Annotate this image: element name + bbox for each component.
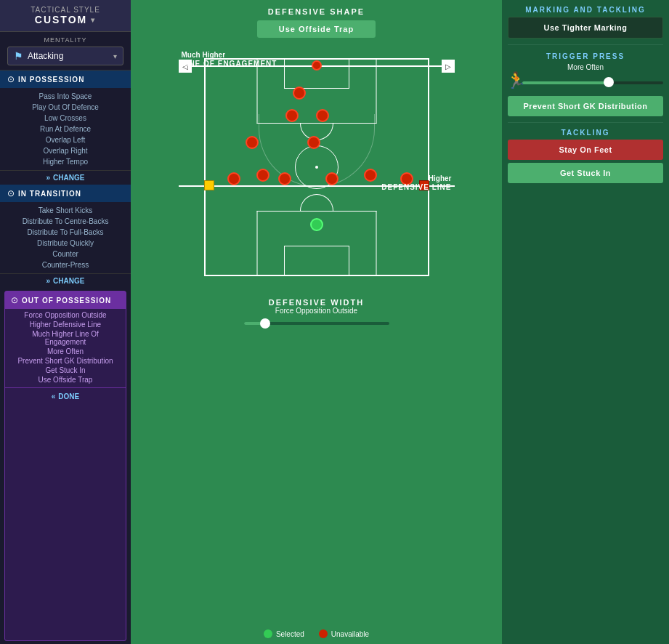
- trigger-press-slider-handle[interactable]: [604, 77, 614, 87]
- done-arrows-icon: «: [52, 393, 56, 401]
- list-item[interactable]: Play Out Of Defence: [0, 102, 131, 113]
- tactical-style-dropdown[interactable]: CUSTOM ▾: [7, 14, 123, 25]
- width-slider-handle[interactable]: [260, 318, 270, 329]
- offside-trap-button[interactable]: Use Offside Trap: [257, 20, 376, 38]
- flag-marker-yellow-left: [204, 180, 214, 190]
- legend-unavailable: Unavailable: [319, 629, 369, 638]
- engagement-dot: [312, 60, 322, 71]
- change-arrows-icon: »: [46, 174, 51, 182]
- in-possession-items: Pass Into Space Play Out Of Defence Low …: [0, 88, 131, 170]
- player: [278, 172, 291, 185]
- selected-label: Selected: [276, 630, 304, 638]
- player: [227, 172, 240, 185]
- legend: Selected Unavailable: [264, 629, 369, 638]
- tackling-section: TACKLING Stay On Feet Get Stuck In: [508, 129, 663, 183]
- in-possession-section: ⊙ IN POSSESSION Pass Into Space Play Out…: [0, 71, 131, 185]
- panel-divider-2: [508, 122, 663, 123]
- out-of-possession-header: ⊙ OUT OF POSSESSION: [5, 291, 126, 309]
- marking-tackling-section: MARKING AND TACKLING Use Tighter Marking: [508, 6, 663, 39]
- defensive-width-sublabel: Force Opposition Outside: [244, 307, 389, 315]
- selected-dot: [264, 629, 272, 638]
- player: [364, 169, 377, 182]
- out-of-possession-icon: ⊙: [11, 295, 18, 305]
- player: [246, 136, 259, 149]
- list-item[interactable]: Distribute To Full-Backs: [0, 227, 131, 238]
- in-transition-change-button[interactable]: » CHANGE: [0, 273, 131, 288]
- list-item[interactable]: Distribute To Centre-Backs: [0, 216, 131, 227]
- right-panel: MARKING AND TACKLING Use Tighter Marking…: [502, 0, 669, 644]
- goalkeeper: [310, 218, 323, 231]
- list-item[interactable]: Overlap Left: [0, 134, 131, 145]
- unavailable-label: Unavailable: [331, 630, 369, 638]
- list-item[interactable]: Higher Tempo: [0, 156, 131, 167]
- formation-arc: [259, 114, 375, 187]
- width-slider-container: [244, 318, 389, 329]
- list-item[interactable]: Much Higher Line Of Engagement: [5, 329, 126, 347]
- get-stuck-in-button[interactable]: Get Stuck In: [508, 163, 663, 183]
- marking-tackling-title: MARKING AND TACKLING: [508, 6, 663, 14]
- list-item[interactable]: Force Opposition Outside: [5, 310, 126, 320]
- main-pitch-area: DEFENSIVE SHAPE Use Offside Trap ◁ ▷ Muc…: [131, 0, 502, 644]
- done-button[interactable]: « DONE: [5, 387, 126, 405]
- player: [285, 109, 299, 122]
- out-of-possession-items: Force Opposition Outside Higher Defensiv…: [5, 309, 126, 386]
- out-of-possession-title: OUT OF POSSESSION: [22, 297, 111, 305]
- list-item[interactable]: Use Offside Trap: [5, 375, 126, 385]
- defensive-line-label: Higher DEFENSIVE LINE: [381, 174, 451, 192]
- defensive-width-label: DEFENSIVE WIDTH: [244, 298, 389, 307]
- tighter-marking-button[interactable]: Use Tighter Marking: [508, 17, 663, 39]
- player: [307, 136, 320, 149]
- soccer-pitch: [204, 58, 429, 276]
- panel-divider: [508, 44, 663, 45]
- trigger-press-section: TRIGGER PRESS More Often 🏃 Prevent Short…: [508, 52, 663, 116]
- list-item[interactable]: Distribute Quickly: [0, 238, 131, 249]
- defensive-width-section: DEFENSIVE WIDTH Force Opposition Outside: [244, 298, 389, 329]
- legend-selected: Selected: [264, 629, 304, 638]
- done-label: DONE: [58, 393, 79, 401]
- in-possession-title: IN POSSESSION: [18, 76, 84, 84]
- in-transition-icon: ⊙: [7, 188, 15, 198]
- change-label: CHANGE: [53, 277, 84, 285]
- unavailable-dot: [319, 629, 328, 638]
- mentality-label: MENTALITY: [7, 36, 123, 44]
- in-possession-icon: ⊙: [7, 74, 15, 84]
- mentality-chevron-icon: ▾: [113, 52, 117, 60]
- list-item[interactable]: Run At Defence: [0, 124, 131, 134]
- list-item[interactable]: Counter: [0, 249, 131, 259]
- list-item[interactable]: Higher Defensive Line: [5, 320, 126, 329]
- prevent-gk-button[interactable]: Prevent Short GK Distribution: [508, 96, 663, 116]
- stay-on-feet-button[interactable]: Stay On Feet: [508, 140, 663, 160]
- list-item[interactable]: Overlap Right: [0, 145, 131, 156]
- trigger-press-title: TRIGGER PRESS: [508, 52, 663, 60]
- sidebar: TACTICAL STYLE CUSTOM ▾ MENTALITY ⚑ Atta…: [0, 0, 131, 644]
- out-of-possession-section: ⊙ OUT OF POSSESSION Force Opposition Out…: [4, 291, 126, 641]
- list-item[interactable]: More Often: [5, 347, 126, 356]
- list-item[interactable]: Counter-Press: [0, 259, 131, 270]
- mentality-value: Attacking: [28, 51, 109, 61]
- pitch-wrapper: ◁ ▷ Much Higher LINE OF ENGAGEMENT: [179, 44, 455, 291]
- defensive-shape-label: DEFENSIVE SHAPE: [268, 7, 365, 16]
- list-item[interactable]: Get Stuck In: [5, 366, 126, 375]
- in-transition-title: IN TRANSITION: [18, 190, 81, 198]
- player: [256, 169, 269, 182]
- engagement-handle-right[interactable]: ▷: [442, 60, 455, 73]
- mentality-dropdown[interactable]: ⚑ Attacking ▾: [7, 47, 123, 65]
- tactical-style-value: CUSTOM: [35, 14, 87, 25]
- in-transition-header: ⊙ IN TRANSITION: [0, 185, 131, 202]
- list-item[interactable]: Pass Into Space: [0, 91, 131, 102]
- goal-box-bottom: [284, 246, 349, 275]
- in-possession-change-button[interactable]: » CHANGE: [0, 170, 131, 185]
- list-item[interactable]: Low Crosses: [0, 113, 131, 124]
- chevron-down-icon: ▾: [91, 16, 96, 24]
- list-item[interactable]: Take Short Kicks: [0, 205, 131, 216]
- trigger-press-slider-container: 🏃: [508, 74, 663, 92]
- player: [293, 86, 306, 100]
- run-icon: 🏃: [506, 71, 526, 90]
- list-item[interactable]: Prevent Short GK Distribution: [5, 356, 126, 366]
- tactical-style-header: TACTICAL STYLE CUSTOM ▾: [0, 0, 131, 32]
- player: [316, 109, 329, 122]
- penalty-arc-bottom: [300, 194, 333, 211]
- tackling-title: TACKLING: [508, 129, 663, 137]
- tactical-style-label: TACTICAL STYLE: [7, 6, 123, 14]
- in-possession-header: ⊙ IN POSSESSION: [0, 71, 131, 88]
